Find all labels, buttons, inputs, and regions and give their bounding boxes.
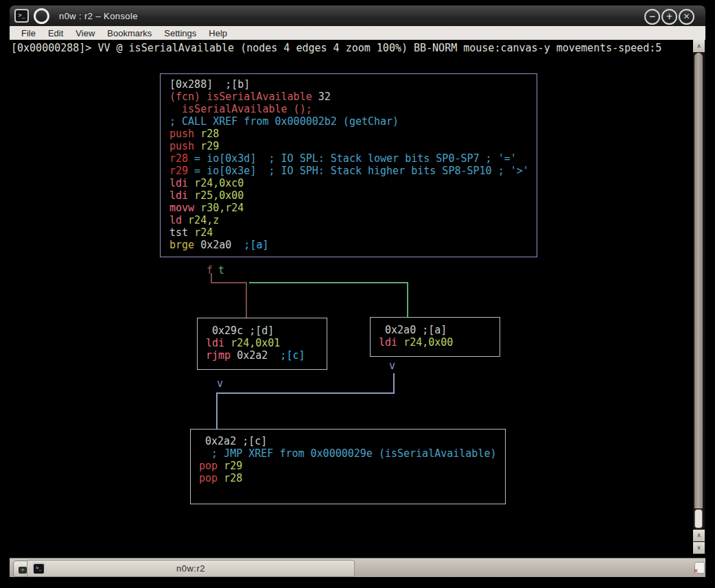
menu-bookmarks[interactable]: Bookmarks bbox=[101, 28, 158, 38]
asm-line: ldi r24,0xc0 bbox=[169, 177, 537, 189]
edge-label-down-left: v bbox=[217, 377, 223, 390]
asm-line: ld r24,z bbox=[169, 214, 537, 226]
asm-line: ldi r24,0x01 bbox=[206, 337, 327, 349]
asm-line: [0x288] ;[b] bbox=[169, 78, 537, 91]
scroll-up-button[interactable]: ∧ bbox=[693, 40, 705, 52]
menu-file[interactable]: File bbox=[15, 28, 42, 38]
edge-label-down-right: v bbox=[389, 360, 395, 372]
asm-line: r28 = io[0x3d] ; IO SPL: Stack lower bit… bbox=[169, 152, 537, 165]
scroll-up-button-bottom[interactable]: ∧ bbox=[693, 530, 705, 541]
app-circle-icon bbox=[34, 8, 49, 24]
window-title: n0w : r2 – Konsole bbox=[59, 11, 138, 21]
asm-line: pop r29 bbox=[199, 460, 505, 472]
edge-merge-left-vertical bbox=[216, 392, 218, 429]
scrollbar-thumb[interactable] bbox=[694, 509, 703, 528]
edge-false-vertical bbox=[246, 282, 247, 318]
maximize-button[interactable]: + bbox=[661, 9, 677, 25]
window-controls: − + ✕ bbox=[644, 9, 694, 25]
close-button[interactable]: ✕ bbox=[679, 9, 694, 25]
asm-line: brge 0x2a0 ;[a] bbox=[169, 239, 537, 251]
asm-line: r29 = io[0x3e] ; IO SPH: Stack higher bi… bbox=[169, 165, 537, 177]
asm-line: (fcn) isSerialAvailable 32 bbox=[169, 91, 537, 103]
asm-line: 0x2a2 ;[c] bbox=[199, 435, 505, 447]
asm-line: ; JMP XREF from 0x0000029e (isSerialAvai… bbox=[199, 447, 505, 460]
asm-line: rjmp 0x2a2 ;[c] bbox=[206, 349, 327, 362]
tab-bar: + ▾ >_ n0w:r2 ✕ bbox=[10, 558, 705, 577]
asm-line: tst r24 bbox=[169, 226, 537, 239]
r2-status-line: [0x00000288]> VV @ isSerialAvailable (no… bbox=[11, 42, 661, 54]
basic-block-0x288[interactable]: [0x288] ;[b](fcn) isSerialAvailable 32 i… bbox=[160, 73, 537, 257]
basic-block-0x29c[interactable]: 0x29c ;[d]ldi r24,0x01rjmp 0x2a2 ;[c] bbox=[197, 318, 327, 370]
close-tab-button[interactable]: ✕ bbox=[692, 561, 707, 576]
edge-merge-right-vertical bbox=[393, 373, 395, 392]
scrollbar[interactable]: ∧ ∧ ∨ bbox=[693, 40, 705, 554]
menu-settings[interactable]: Settings bbox=[158, 28, 202, 38]
asm-line: 0x29c ;[d] bbox=[206, 325, 327, 337]
asm-line: isSerialAvailable (); bbox=[169, 103, 537, 115]
menu-help[interactable]: Help bbox=[202, 28, 233, 38]
asm-line: ldi r24,0x00 bbox=[379, 336, 500, 349]
scroll-down-button[interactable]: ∨ bbox=[693, 542, 705, 554]
asm-line: ; CALL XREF from 0x000002b2 (getChar) bbox=[169, 115, 537, 128]
asm-line: 0x2a0 ;[a] bbox=[379, 324, 500, 336]
konsole-terminal-icon: >_ bbox=[14, 9, 29, 23]
tab-terminal-icon: >_ bbox=[32, 563, 45, 575]
close-tab-x-icon: ✕ bbox=[694, 566, 699, 575]
edge-true-vertical bbox=[407, 282, 408, 317]
screen: >_ n0w : r2 – Konsole − + ✕ FileEditView… bbox=[0, 0, 715, 588]
edge-true-horizontal bbox=[249, 282, 408, 283]
scrollbar-track[interactable] bbox=[694, 53, 703, 508]
basic-block-0x2a0[interactable]: 0x2a0 ;[a]ldi r24,0x00 bbox=[370, 317, 500, 357]
asm-line: ldi r25,0x00 bbox=[169, 189, 537, 202]
terminal-viewport[interactable]: [0x00000288]> VV @ isSerialAvailable (no… bbox=[10, 40, 693, 556]
asm-line: push r29 bbox=[169, 140, 537, 152]
edge-merge-horizontal bbox=[216, 392, 395, 394]
asm-line: push r28 bbox=[169, 128, 537, 140]
menu-edit[interactable]: Edit bbox=[42, 28, 69, 38]
tab-n0w-r2[interactable]: >_ n0w:r2 bbox=[27, 560, 355, 577]
tab-label: n0w:r2 bbox=[176, 563, 205, 574]
minimize-button[interactable]: − bbox=[644, 9, 660, 25]
menu-bar: FileEditViewBookmarksSettingsHelp bbox=[10, 26, 705, 40]
edge-false-horizontal bbox=[211, 282, 247, 283]
title-bar: >_ n0w : r2 – Konsole − + ✕ bbox=[10, 5, 705, 26]
menu-view[interactable]: View bbox=[69, 28, 101, 38]
edge-label-true: t bbox=[218, 264, 224, 277]
new-tab-icon: + bbox=[19, 567, 27, 574]
basic-block-0x2a2[interactable]: 0x2a2 ;[c] ; JMP XREF from 0x0000029e (i… bbox=[190, 429, 506, 504]
asm-line: movw r30,r24 bbox=[169, 202, 537, 214]
asm-line: pop r28 bbox=[199, 472, 505, 484]
